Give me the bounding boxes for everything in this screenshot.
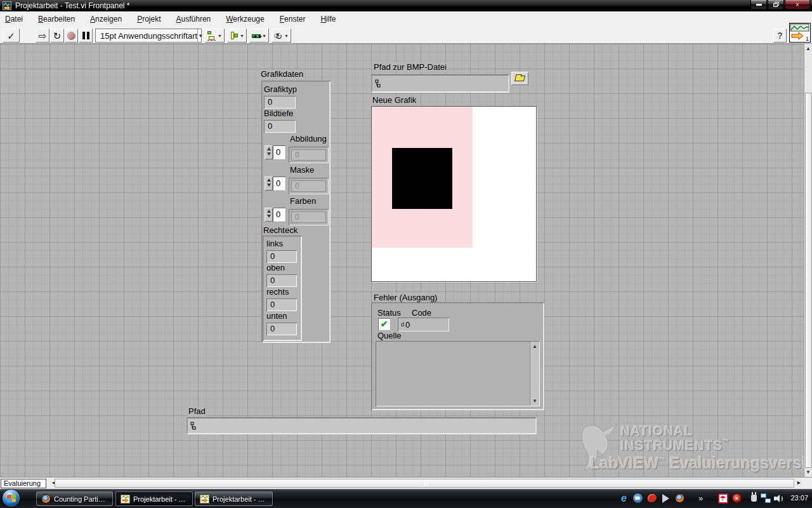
run-continuous-icon: ↻ [53,31,62,41]
taskbar-button-firefox[interactable]: Counting Particles o... [36,491,113,506]
menu-ausfuehren[interactable]: Ausführen [176,15,211,23]
tray-avira[interactable]: ☂ [717,493,728,504]
quicklaunch-ie[interactable]: e [619,493,629,504]
image-black-square [392,148,452,209]
menu-projekt[interactable]: Projekt [137,15,160,23]
minimize-button[interactable] [750,0,767,10]
unten-label: unten [266,311,287,321]
help-button[interactable]: ? [773,29,787,43]
menu-fenster[interactable]: Fenster [280,15,306,23]
vertical-scrollbar-thumb[interactable] [805,93,812,468]
menu-bearbeiten[interactable]: Bearbeiten [38,15,75,23]
thunderbird-icon [633,493,643,503]
abort-icon [67,32,75,40]
reorder-objects-icon: ↺↻ [274,31,283,40]
menu-anzeigen[interactable]: Anzeigen [90,15,122,23]
quicklaunch-thunderbird[interactable] [632,493,643,504]
quelle-label: Quelle [377,331,402,341]
status-check-icon: ✔ [381,319,388,329]
increment-icon[interactable] [267,147,271,150]
status-checkbox: ✔ [378,318,390,330]
grafiktyp-label: Grafiktyp [264,84,297,95]
grafikdaten-label: Grafikdaten [259,69,304,79]
menu-bar: Datei Bearbeiten Anzeigen Projekt Ausfüh… [0,11,812,27]
status-bar: Evaluierung ◄ ► [0,477,812,489]
help-icon: ? [777,30,783,41]
farben-index-spinner[interactable] [265,208,273,222]
oben-indicator: 0 [266,274,297,287]
resize-objects-dropdown[interactable]: ◄► ▼ [249,29,269,43]
pfad-indicator [187,417,537,434]
tray-volume[interactable] [773,493,783,504]
code-label: Code [412,308,431,318]
quelle-scrollbar[interactable]: ▲ ▼ [530,342,539,406]
menu-werkzeuge[interactable]: Werkzeuge [226,15,264,23]
close-button[interactable]: × [785,0,810,10]
abbildung-index-input[interactable]: 0 [273,145,285,159]
decrement-icon[interactable] [267,184,271,187]
firefox-icon [41,494,51,504]
bmp-path-input[interactable] [371,74,509,93]
abort-button[interactable] [65,29,78,43]
firefox-icon [675,493,684,503]
resize-objects-icon: ◄► [252,31,261,40]
title-bar: Projektarbeit - Test.vi Frontpanel * × [0,0,812,11]
farben-index-input[interactable]: 0 [273,208,285,222]
font-selector[interactable]: 15pt Anwendungsschriftart ▼ [95,29,202,43]
scroll-up-icon[interactable]: ▲ [530,344,539,349]
increment-icon[interactable] [267,178,271,182]
quicklaunch-firefox[interactable] [674,493,685,504]
distribute-objects-dropdown[interactable]: ▼ [227,29,247,43]
scroll-up-icon[interactable]: ▲ [804,46,812,51]
scroll-down-icon[interactable]: ▼ [804,469,812,475]
menu-hilfe[interactable]: Hilfe [320,15,336,23]
pause-button[interactable] [79,29,93,43]
quicklaunch-mediaplayer[interactable] [660,493,671,504]
toolbar: ✓ ⇨ ↻ 15pt Anwendungsschriftart ▼ ▼ ▼ ◄►… [0,27,812,44]
confirm-button[interactable]: ✓ [3,29,20,43]
run-continuous-button[interactable]: ↻ [50,29,64,43]
bildtiefe-indicator: 0 [264,120,296,133]
align-objects-dropdown[interactable]: ▼ [205,29,225,43]
vertical-scrollbar[interactable]: ▲ ▼ [804,44,812,477]
tray-network[interactable] [760,493,771,504]
speaker-icon [774,494,783,503]
code-value: 0 [405,320,410,330]
font-selector-dropdown[interactable]: ▼ [197,29,203,42]
increment-icon[interactable] [267,210,271,213]
restore-button[interactable] [768,0,784,10]
links-indicator: 0 [266,250,297,263]
browse-button[interactable] [511,72,528,85]
decrement-icon[interactable] [267,152,271,156]
menu-datei[interactable]: Datei [5,15,23,23]
run-button[interactable]: ⇨ [36,29,49,43]
quicklaunch-miranda[interactable] [646,493,657,504]
horizontal-scrollbar-thumb[interactable] [55,479,794,488]
taskbar-button-labview-active[interactable]: Projektarbeit - Test.... [115,491,193,506]
abbildung-index-spinner[interactable] [265,145,273,159]
taskbar-clock: 23:07 [790,494,808,502]
taskbar-button-labview[interactable]: Projektarbeit - Test.... [195,491,273,506]
quicklaunch-overflow[interactable]: » [695,493,706,504]
labview-icon [200,495,209,504]
scroll-right-icon[interactable]: ► [796,479,802,486]
abbildung-array-frame: 0 [289,147,329,163]
vi-icon-button[interactable]: 1 [789,23,811,43]
maske-index-spinner[interactable] [265,177,273,190]
avira-umbrella-icon: ☂ [718,493,728,504]
reorder-objects-dropdown[interactable]: ↺↻ ▼ [272,29,291,43]
code-radix: d [401,321,404,328]
bmp-path-label: Pfad zur BMP-Datei [372,62,448,72]
links-label: links [266,239,283,249]
decrement-icon[interactable] [267,215,271,218]
red-x-icon: × [732,493,742,503]
start-button[interactable] [2,489,20,507]
tray-power[interactable] [749,493,759,504]
scroll-down-icon[interactable]: ▼ [530,398,539,404]
maske-index-input[interactable]: 0 [273,177,285,190]
watermark-instruments: INSTRUMENTS™ [620,438,730,454]
abbildung-label: Abbildung [290,134,327,144]
network-icon [761,493,771,503]
tray-disabled-item[interactable]: × [731,493,742,504]
taskbar: Counting Particles o... Projektarbeit - … [0,489,812,508]
